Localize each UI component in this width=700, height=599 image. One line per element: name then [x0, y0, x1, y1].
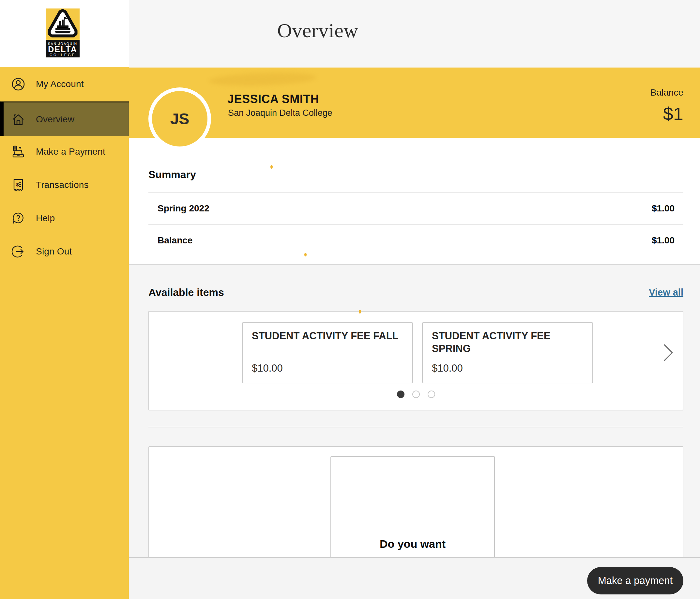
balance-value: $1	[522, 103, 683, 124]
avatar-initials: JS	[170, 110, 190, 128]
receipt-icon: $	[11, 178, 25, 192]
college-logo: SAN JOAQUIN DELTA COLLEGE	[46, 8, 80, 57]
summary-row-label: Balance	[157, 235, 193, 246]
item-price: $10.00	[252, 363, 283, 374]
available-items-carousel: STUDENT ACTIVITY FEE FALL $10.00 STUDENT…	[148, 311, 683, 410]
page-title: Overview	[277, 19, 358, 42]
logo-block: SAN JOAQUIN DELTA COLLEGE	[0, 0, 129, 68]
carousel-dot-3[interactable]	[428, 391, 435, 398]
chevron-right-icon[interactable]	[660, 343, 677, 363]
avatar: JS	[148, 88, 211, 150]
item-card-spring-fee[interactable]: STUDENT ACTIVITY FEE SPRING $10.00	[422, 322, 593, 383]
item-title: STUDENT ACTIVITY FEE FALL	[252, 330, 402, 343]
account-institution: San Joaquin Delta College	[228, 108, 332, 118]
summary-row-label: Spring 2022	[157, 203, 209, 214]
help-bubble-icon	[11, 211, 25, 225]
sidebar-item-label: Help	[36, 213, 55, 223]
svg-text:$: $	[16, 182, 19, 187]
promo-text: Do you want	[330, 538, 495, 550]
summary-section	[129, 138, 700, 265]
sidebar-item-help[interactable]: Help	[0, 202, 129, 235]
item-card-fall-fee[interactable]: STUDENT ACTIVITY FEE FALL $10.00	[242, 322, 413, 383]
artifact-dot	[359, 310, 361, 314]
sidebar-item-overview[interactable]: Overview	[0, 101, 129, 136]
summary-row-value: $1.00	[522, 235, 675, 246]
sidebar-item-label: Make a Payment	[36, 147, 105, 157]
carousel-dot-1[interactable]	[397, 391, 404, 398]
item-price: $10.00	[432, 363, 463, 374]
carousel-dot-2[interactable]	[412, 391, 420, 398]
svg-text:COLLEGE: COLLEGE	[50, 53, 76, 57]
account-icon	[11, 77, 25, 91]
sidebar-item-sign-out[interactable]: Sign Out	[0, 235, 129, 268]
summary-row-value: $1.00	[522, 203, 675, 214]
sidebar-item-my-account[interactable]: My Account	[0, 68, 129, 101]
summary-title: Summary	[148, 169, 196, 181]
artifact-dot	[304, 253, 307, 256]
artifact-dot	[270, 165, 273, 169]
cash-register-icon	[11, 145, 25, 159]
sidebar-item-transactions[interactable]: $ Transactions	[0, 168, 129, 202]
make-a-payment-label: Make a payment	[598, 575, 673, 586]
divider	[148, 224, 683, 225]
sign-out-icon	[11, 244, 25, 259]
carousel-pagination	[149, 391, 683, 398]
balance-label: Balance	[522, 88, 683, 98]
sidebar-item-label: My Account	[36, 79, 84, 90]
home-icon	[11, 112, 25, 127]
divider	[148, 193, 683, 193]
sidebar-nav: My Account Overview Make a Payment	[0, 67, 129, 599]
sidebar-item-label: Sign Out	[36, 246, 72, 257]
account-name: JESSICA SMITH	[227, 92, 319, 106]
sidebar-item-label: Overview	[36, 114, 74, 125]
make-a-payment-button[interactable]: Make a payment	[587, 567, 683, 594]
available-items-title: Available items	[148, 286, 224, 299]
svg-text:DELTA: DELTA	[48, 45, 77, 54]
redaction-smudge	[208, 71, 317, 87]
item-title: STUDENT ACTIVITY FEE SPRING	[432, 330, 582, 355]
top-header: Overview	[129, 0, 700, 68]
view-all-link[interactable]: View all	[585, 287, 683, 298]
divider	[148, 427, 683, 427]
sidebar-item-make-a-payment[interactable]: Make a Payment	[0, 135, 129, 168]
sidebar-item-label: Transactions	[36, 180, 89, 190]
